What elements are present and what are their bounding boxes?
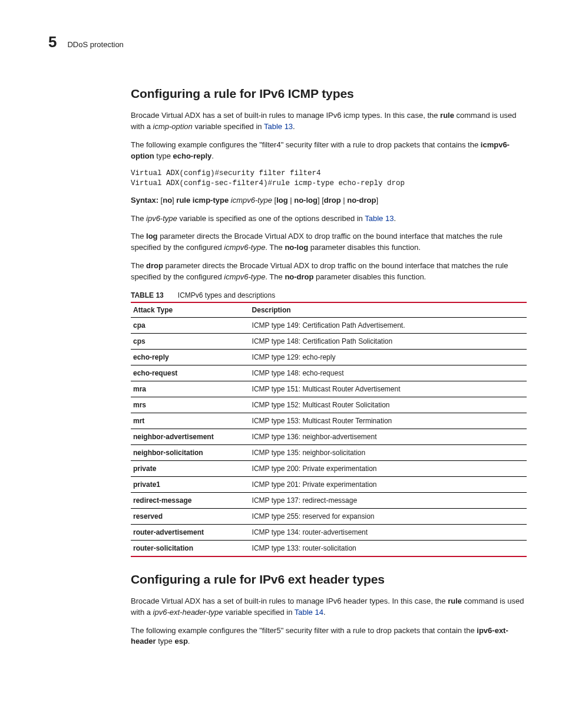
text: Brocade Virtual ADX has a set of built-i… xyxy=(131,597,448,605)
cell-attack-type: mrt xyxy=(131,413,250,429)
cell-description: ICMP type 151: Multicast Router Advertis… xyxy=(250,381,527,397)
table-row: privateICMP type 200: Private experiment… xyxy=(131,460,527,476)
cell-attack-type: private xyxy=(131,460,250,476)
paragraph: The ipv6-type variable is specified as o… xyxy=(131,213,527,225)
table-row: neighbor-advertisementICMP type 136: nei… xyxy=(131,429,527,444)
text: The xyxy=(131,261,146,270)
content-area: Configuring a rule for IPv6 ICMP types B… xyxy=(131,87,527,647)
cell-description: ICMP type 137: redirect-message xyxy=(250,492,527,508)
heading-icmp-types: Configuring a rule for IPv6 ICMP types xyxy=(131,87,527,101)
variable: icmpv6-type xyxy=(224,243,265,252)
cell-attack-type: router-solicitation xyxy=(131,540,250,556)
variable: icmpv6-type xyxy=(229,196,274,205)
cell-description: ICMP type 135: neighbor-solicitation xyxy=(250,444,527,460)
cell-description: ICMP type 136: neighbor-advertisement xyxy=(250,429,527,444)
cell-description: ICMP type 133: router-solicitation xyxy=(250,540,527,556)
text: . xyxy=(188,637,190,645)
text: | xyxy=(288,196,295,205)
table-caption: TABLE 13ICMPv6 types and descriptions xyxy=(131,291,527,299)
cell-attack-type: mrs xyxy=(131,397,250,413)
cell-attack-type: router-advertisement xyxy=(131,524,250,540)
cell-description: ICMP type 201: Private experimentation xyxy=(250,476,527,492)
text: | xyxy=(341,196,348,205)
table-row: private1ICMP type 201: Private experimen… xyxy=(131,476,527,492)
table-row: mrtICMP type 153: Multicast Router Termi… xyxy=(131,413,527,429)
variable: ipv6-type xyxy=(146,214,177,223)
cmd-keyword: rule xyxy=(448,597,462,605)
text: parameter disables this function. xyxy=(313,272,426,281)
keyword: no-drop xyxy=(285,272,313,281)
paragraph: The following example configures the "fi… xyxy=(131,140,527,162)
syntax-label: Syntax: xyxy=(131,196,161,205)
cell-attack-type: cps xyxy=(131,333,250,349)
text: . xyxy=(394,214,396,223)
paragraph: The log parameter directs the Brocade Vi… xyxy=(131,231,527,253)
cell-description: ICMP type 200: Private experimentation xyxy=(250,460,527,476)
icmpv6-types-table: Attack Type Description cpaICMP type 149… xyxy=(131,302,527,557)
heading-ext-header-types: Configuring a rule for IPv6 ext header t… xyxy=(131,572,527,587)
keyword: drop xyxy=(324,196,341,205)
cell-description: ICMP type 134: router-advertisement xyxy=(250,524,527,540)
table-link[interactable]: Table 14 xyxy=(295,608,323,617)
cell-description: ICMP type 152: Multicast Router Solicita… xyxy=(250,397,527,413)
keyword: no-log xyxy=(285,243,308,252)
variable: icmp-option xyxy=(153,122,193,131)
cell-description: ICMP type 255: reserved for expansion xyxy=(250,508,527,524)
text: ] xyxy=(376,196,378,205)
text: The xyxy=(131,232,146,241)
variable: ipv6-ext-header-type xyxy=(153,608,223,617)
table-link[interactable]: Table 13 xyxy=(264,122,293,131)
col-header-desc: Description xyxy=(250,302,527,318)
text: ] [ xyxy=(318,196,324,205)
paragraph: The following example configures the "fi… xyxy=(131,625,527,648)
table-title: ICMPv6 types and descriptions xyxy=(178,291,275,299)
text: type xyxy=(156,637,175,645)
table-row: redirect-messageICMP type 137: redirect-… xyxy=(131,492,527,508)
cell-attack-type: private1 xyxy=(131,476,250,492)
text: variable specified in xyxy=(223,608,295,617)
text: variable is specified as one of the opti… xyxy=(177,214,365,223)
cell-attack-type: neighbor-advertisement xyxy=(131,429,250,444)
table-header-row: Attack Type Description xyxy=(131,302,527,318)
table-row: mraICMP type 151: Multicast Router Adver… xyxy=(131,381,527,397)
text: . xyxy=(293,122,295,131)
table-row: echo-replyICMP type 129: echo-reply xyxy=(131,349,527,365)
table-row: echo-requestICMP type 148: echo-request xyxy=(131,365,527,381)
text: variable specified in xyxy=(193,122,264,131)
text: The following example configures the "fi… xyxy=(131,626,477,635)
section-label: DDoS protection xyxy=(67,40,123,49)
text: The following example configures the "fi… xyxy=(131,140,481,149)
keyword: no-drop xyxy=(347,196,376,205)
keyword: log xyxy=(276,196,288,205)
text: parameter disables this function. xyxy=(308,243,421,252)
cell-description: ICMP type 129: echo-reply xyxy=(250,349,527,365)
page: 5 DDoS protection Configuring a rule for… xyxy=(0,0,562,690)
table-row: mrsICMP type 152: Multicast Router Solic… xyxy=(131,397,527,413)
cell-attack-type: echo-reply xyxy=(131,349,250,365)
keyword: log xyxy=(146,232,158,241)
cell-attack-type: cpa xyxy=(131,317,250,333)
cmd-keyword: esp xyxy=(174,637,187,645)
table-row: cpsICMP type 148: Certification Path Sol… xyxy=(131,333,527,349)
cmd-keyword: rule xyxy=(440,111,454,120)
text: Brocade Virtual ADX has a set of built-i… xyxy=(131,111,440,120)
cmd-keyword: echo-reply xyxy=(173,151,212,160)
table-link[interactable]: Table 13 xyxy=(365,214,394,223)
cell-attack-type: mra xyxy=(131,381,250,397)
table-number: TABLE 13 xyxy=(131,291,164,299)
paragraph: Brocade Virtual ADX has a set of built-i… xyxy=(131,110,527,133)
paragraph: Brocade Virtual ADX has a set of built-i… xyxy=(131,596,527,618)
paragraph: The drop parameter directs the Brocade V… xyxy=(131,261,527,283)
text: type xyxy=(154,151,173,160)
cell-attack-type: reserved xyxy=(131,508,250,524)
text: The xyxy=(131,214,146,223)
cell-description: ICMP type 148: Certification Path Solici… xyxy=(250,333,527,349)
cell-description: ICMP type 153: Multicast Router Terminat… xyxy=(250,413,527,429)
cell-description: ICMP type 148: echo-request xyxy=(250,365,527,381)
variable: icmpv6-type xyxy=(224,272,265,281)
table-row: reservedICMP type 255: reserved for expa… xyxy=(131,508,527,524)
syntax-line: Syntax: [no] rule icmp-type icmpv6-type … xyxy=(131,195,527,206)
keyword: no-log xyxy=(294,196,318,205)
table-row: router-advertisementICMP type 134: route… xyxy=(131,524,527,540)
cell-description: ICMP type 149: Certification Path Advert… xyxy=(250,317,527,333)
